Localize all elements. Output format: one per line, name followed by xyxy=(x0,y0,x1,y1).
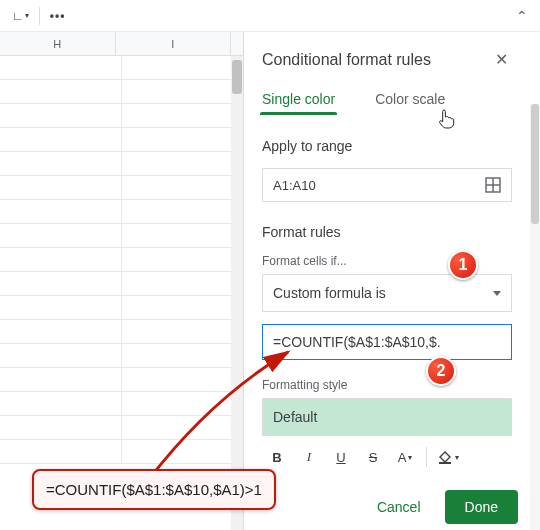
fill-color-button[interactable]: ▾ xyxy=(433,444,463,470)
annotation-badge-2: 2 xyxy=(426,356,456,386)
svg-rect-3 xyxy=(439,462,451,464)
strikethrough-button[interactable]: S xyxy=(358,444,388,470)
formula-callout: =COUNTIF($A$1:$A$10,$A1)>1 xyxy=(32,469,276,510)
style-preview[interactable]: Default xyxy=(262,398,512,436)
apply-range-field[interactable]: A1:A10 xyxy=(262,168,512,202)
toolbar-collapse-button[interactable]: ⌃ xyxy=(510,5,534,27)
done-button[interactable]: Done xyxy=(445,490,518,524)
underline-button[interactable]: U xyxy=(326,444,356,470)
range-value: A1:A10 xyxy=(273,178,316,193)
italic-button[interactable]: I xyxy=(294,444,324,470)
col-header-i[interactable]: I xyxy=(116,32,232,55)
range-select-icon[interactable] xyxy=(485,177,501,193)
format-rules-label: Format rules xyxy=(262,224,512,240)
text-color-button[interactable]: A▾ xyxy=(390,444,420,470)
toolbar-more-button[interactable]: ••• xyxy=(44,6,72,26)
close-panel-button[interactable]: ✕ xyxy=(491,46,512,73)
custom-formula-input[interactable]: =COUNTIF($A$1:$A$10,$. xyxy=(262,324,512,360)
spreadsheet-grid[interactable]: H I xyxy=(0,32,244,530)
panel-scrollbar-thumb[interactable] xyxy=(531,104,539,224)
grid-vertical-scrollbar[interactable] xyxy=(231,56,243,530)
toolbar-separator xyxy=(39,7,40,25)
tab-single-color[interactable]: Single color xyxy=(262,91,335,115)
scrollbar-thumb[interactable] xyxy=(232,60,242,94)
condition-dropdown[interactable]: Custom formula is xyxy=(262,274,512,312)
panel-scrollbar[interactable] xyxy=(530,104,540,530)
formatting-style-label: Formatting style xyxy=(262,378,512,392)
formula-text: =COUNTIF($A$1:$A$10,$. xyxy=(273,334,441,350)
formatting-toolbar: B I U S A▾ ▾ xyxy=(262,444,512,470)
toolbar-divider xyxy=(426,447,427,467)
tab-color-scale[interactable]: Color scale xyxy=(375,91,445,115)
cancel-button[interactable]: Cancel xyxy=(363,490,435,524)
apply-to-range-label: Apply to range xyxy=(262,138,512,154)
conditional-format-panel: Conditional format rules ✕ Single color … xyxy=(244,32,540,530)
callout-text: =COUNTIF($A$1:$A$10,$A1)>1 xyxy=(46,481,262,498)
pointer-cursor-icon xyxy=(438,109,456,133)
condition-value: Custom formula is xyxy=(273,285,386,301)
chevron-down-icon xyxy=(493,291,501,296)
bold-button[interactable]: B xyxy=(262,444,292,470)
col-header-h[interactable]: H xyxy=(0,32,116,55)
annotation-badge-1: 1 xyxy=(448,250,478,280)
toolbar-filter-dropdown[interactable]: ∟▾ xyxy=(6,6,35,26)
panel-title: Conditional format rules xyxy=(262,51,431,69)
